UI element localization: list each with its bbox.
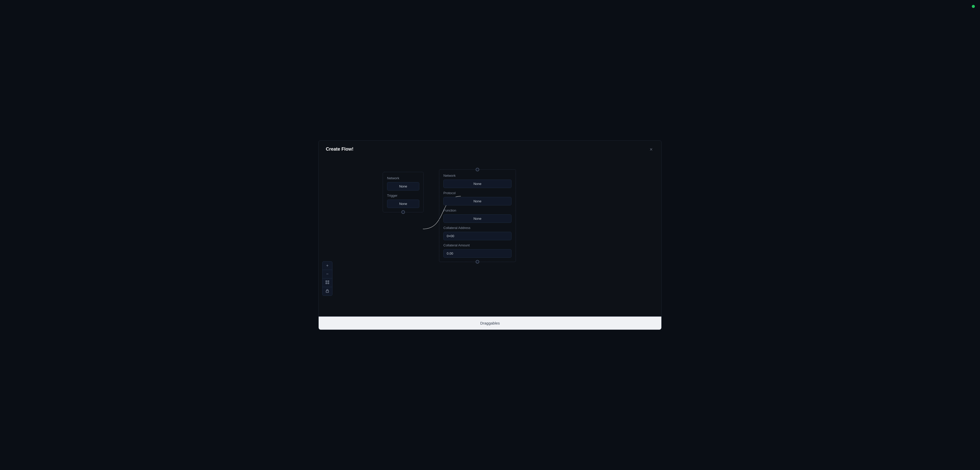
right-collateral-amount-field: Collateral Amount: [443, 243, 512, 258]
right-network-label: Network: [443, 174, 512, 177]
right-function-label: Function: [443, 209, 512, 212]
right-network-select[interactable]: None: [443, 180, 512, 188]
svg-rect-1: [328, 281, 329, 282]
right-node-top-connector-dot: [476, 168, 479, 171]
svg-rect-2: [326, 283, 327, 284]
node-right: Network None Protocol None Function None…: [439, 169, 516, 262]
node-left: Network None Trigger None: [383, 172, 424, 212]
left-trigger-label: Trigger: [387, 194, 419, 198]
right-protocol-field: Protocol None: [443, 191, 512, 206]
lock-button[interactable]: [323, 287, 332, 296]
right-collateral-amount-label: Collateral Amount: [443, 243, 512, 247]
modal-title: Create Flow!: [326, 147, 353, 152]
right-protocol-select[interactable]: None: [443, 197, 512, 206]
zoom-fit-button[interactable]: [323, 279, 332, 287]
bottom-bar[interactable]: Draggables: [319, 316, 661, 330]
create-flow-modal: Create Flow! × Network None Trigger None: [318, 140, 662, 330]
right-function-select[interactable]: None: [443, 214, 512, 223]
left-node-connector-dot: [401, 210, 405, 214]
right-collateral-address-field: Collateral Address: [443, 226, 512, 240]
right-function-field: Function None: [443, 209, 512, 223]
svg-rect-4: [326, 291, 329, 293]
left-trigger-select[interactable]: None: [387, 199, 419, 208]
svg-rect-0: [326, 281, 327, 282]
right-collateral-amount-input[interactable]: [443, 249, 512, 258]
left-network-label: Network: [387, 176, 419, 180]
right-node-bottom-connector-dot: [476, 260, 479, 264]
right-collateral-address-label: Collateral Address: [443, 226, 512, 230]
canvas-area: Network None Trigger None Network None P…: [319, 156, 661, 316]
bottom-bar-label: Draggables: [480, 321, 500, 325]
lock-icon: [326, 289, 329, 293]
zoom-out-button[interactable]: −: [323, 270, 332, 279]
modal-overlay: Create Flow! × Network None Trigger None: [0, 0, 980, 470]
left-network-select[interactable]: None: [387, 182, 419, 191]
svg-rect-3: [328, 283, 329, 284]
zoom-controls: + −: [322, 261, 332, 296]
fit-icon: [326, 280, 329, 284]
modal-header: Create Flow! ×: [319, 140, 661, 156]
close-button[interactable]: ×: [648, 146, 654, 152]
right-protocol-label: Protocol: [443, 191, 512, 195]
zoom-in-button[interactable]: +: [323, 261, 332, 270]
right-collateral-address-input[interactable]: [443, 232, 512, 240]
left-trigger-field: Trigger None: [387, 194, 419, 208]
